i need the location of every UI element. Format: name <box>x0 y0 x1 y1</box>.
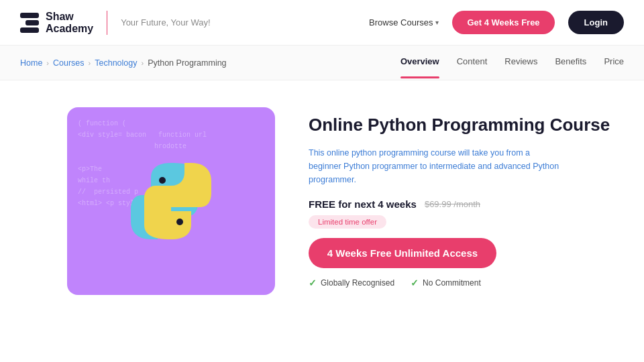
logo-bar-mid <box>25 20 39 25</box>
badge-globally-recognised-label: Globally Recognised <box>321 278 394 288</box>
course-info: Online Python Programming Course This on… <box>309 107 624 288</box>
trust-badges: ✓ Globally Recognised ✓ No Commitment <box>309 278 624 288</box>
header-nav: Browse Courses ▾ Get 4 Weeks Free Login <box>369 11 624 34</box>
tab-content[interactable]: Content <box>457 56 488 69</box>
tab-benefits[interactable]: Benefits <box>555 56 586 69</box>
header: Shaw Academy Your Future, Your Way! Brow… <box>0 0 644 46</box>
badge-no-commitment: ✓ No Commitment <box>411 278 481 288</box>
logo-text: Shaw Academy <box>46 11 93 34</box>
svg-point-1 <box>176 219 183 225</box>
breadcrumb-sep-2: › <box>89 59 91 67</box>
svg-point-0 <box>159 177 166 184</box>
badge-no-commitment-label: No Commitment <box>423 278 481 288</box>
logo-bar-bot <box>20 27 39 33</box>
get-4-weeks-free-button[interactable]: Get 4 Weeks Free <box>452 11 554 34</box>
price-row: FREE for next 4 weeks $69.99 /month <box>309 198 624 210</box>
tab-price[interactable]: Price <box>604 56 624 69</box>
logo-area: Shaw Academy <box>20 11 93 34</box>
course-tabs: Overview Content Reviews Benefits Price <box>400 56 624 69</box>
breadcrumb-sep-1: › <box>46 59 49 67</box>
price-original: $69.99 /month <box>425 199 480 209</box>
breadcrumb: Home › Courses › Technology › Python Pro… <box>20 58 227 68</box>
chevron-down-icon: ▾ <box>435 19 439 26</box>
price-free-label: FREE for next 4 weeks <box>309 198 417 210</box>
python-logo <box>127 158 215 245</box>
breadcrumb-home[interactable]: Home <box>20 58 42 68</box>
access-button[interactable]: 4 Weeks Free Unlimited Access <box>309 238 496 268</box>
breadcrumb-sep-3: › <box>141 59 144 67</box>
nav-bar: Home › Courses › Technology › Python Pro… <box>0 46 644 80</box>
logo-name: Shaw <box>46 11 93 23</box>
logo-bar-top <box>20 13 39 18</box>
breadcrumb-courses[interactable]: Courses <box>53 58 85 68</box>
badge-globally-recognised: ✓ Globally Recognised <box>309 278 394 288</box>
course-description: This online python programming course wi… <box>309 146 564 186</box>
tagline: Your Future, Your Way! <box>121 17 210 27</box>
tab-reviews[interactable]: Reviews <box>504 56 537 69</box>
login-button[interactable]: Login <box>568 11 624 34</box>
main-content: ( function ( <div style= bacon function … <box>0 80 644 315</box>
check-icon-2: ✓ <box>411 278 419 288</box>
breadcrumb-current: Python Programming <box>148 58 226 68</box>
limited-offer-badge: Limited time offer <box>309 215 386 229</box>
logo-divider <box>107 11 107 35</box>
breadcrumb-technology[interactable]: Technology <box>95 58 137 68</box>
browse-courses-label: Browse Courses <box>369 17 433 27</box>
course-title: Online Python Programming Course <box>309 114 624 137</box>
logo-sub: Academy <box>46 23 93 35</box>
tab-overview[interactable]: Overview <box>400 56 439 69</box>
course-image: ( function ( <div style= bacon function … <box>67 107 275 295</box>
check-icon-1: ✓ <box>309 278 317 288</box>
logo-icon <box>20 13 39 33</box>
browse-courses-button[interactable]: Browse Courses ▾ <box>369 17 439 27</box>
